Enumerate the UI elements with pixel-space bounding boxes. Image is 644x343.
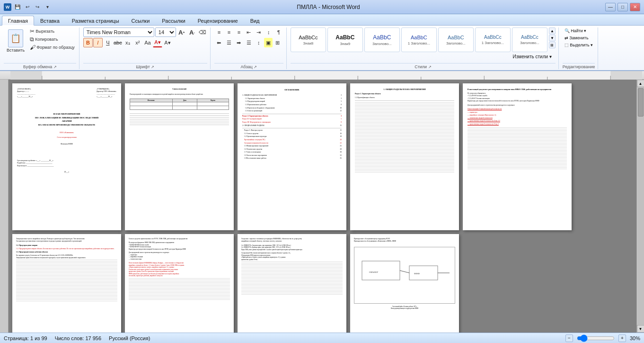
subscript-button[interactable]: x₂ [123,38,132,47]
page1-division: Филиала ФФФ [17,143,116,145]
document-area[interactable]: «СОГЛАСОВАНО»Директор с.................… [9,80,636,333]
page-thumb-9: Принадлежит: обслуживающему подрядчику Ф… [350,234,459,333]
italic-button[interactable]: I [93,38,103,47]
style-item-heading1b[interactable]: AaBbC 1 Заголово... [401,27,437,52]
page9-caption: Системный файл «Газовая добыча АГС»Номер… [354,306,455,310]
borders-button[interactable]: ⊞ [273,38,282,47]
style-label-heading2b: 1 Заголово... [482,41,504,45]
decrease-font-button[interactable]: A- [187,27,197,37]
styles-label: Стили ↗ [291,63,556,69]
format-painter-button[interactable]: 🖌 Формат по образцу [28,44,76,51]
align-center-button[interactable]: ☰ [224,38,234,47]
font-name-select[interactable]: Times New Roman [83,27,154,37]
quick-access-toolbar: 💾 ↩ ↪ ▾ [13,3,52,11]
change-style-button[interactable]: Изменить стили ▾ [511,53,554,60]
decrease-indent-button[interactable]: ⇤ [244,27,254,37]
find-button[interactable]: 🔍 Найти ▾ [563,27,595,34]
style-item-heading2b[interactable]: AaBbCc 1 Заголово... [475,27,511,52]
tab-references[interactable]: Ссылки [125,16,156,25]
close-button[interactable]: ✕ [630,3,640,11]
styles-scroll-down[interactable]: ▼ [549,35,556,41]
tab-mailings[interactable]: Рассылки [156,16,191,25]
tab-view[interactable]: Вид [244,16,266,25]
zoom-in-button[interactable]: + [618,334,626,342]
superscript-button[interactable]: x² [133,38,142,47]
bullets-button[interactable]: ≡ [214,27,224,37]
style-item-heading3[interactable]: AaBbCc Заголово... [512,27,547,52]
align-right-button[interactable]: ➡ [234,38,244,47]
ruler-content [10,71,642,80]
maximize-button[interactable]: □ [618,3,628,11]
font-name-row: Times New Roman 14 A+ A- ⌫ [83,27,207,37]
highlight-color-button[interactable]: A▾ [163,38,172,47]
style-item-heading1[interactable]: AaBbC Заголово... [364,27,400,52]
select-button[interactable]: ⬚ Выделить ▾ [563,42,595,48]
zoom-slider[interactable] [577,335,615,341]
line-spacing-button[interactable]: ↕ [254,38,264,47]
tab-home[interactable]: Главная [2,16,34,26]
page8-content: Сведения о зарытых топливных резервуарах… [238,234,346,299]
page1-header: «СОГЛАСОВАНО»Директор с.................… [17,88,116,98]
page4-section-title: 1. ОБЩИЕ РАЗДЕЛЫ ПЛАНА МЕРОПРИЯТИЙ [355,88,454,91]
page-thumb-7: Силы и средства привлекаемых сил РСЧС ЛЗ… [125,234,234,333]
replace-button[interactable]: ⇄ Заменить [563,35,595,41]
sort-button[interactable]: ↕ [264,27,273,37]
page2-table: Изменение Дата Версия [130,99,229,110]
tab-review[interactable]: Рецензирование [192,16,244,25]
shading-button[interactable]: ▣ [264,38,273,47]
paragraph-label: Абзац ↗ [214,63,283,69]
tab-insert[interactable]: Вставка [34,16,66,25]
cut-button[interactable]: ✂ Вырезать [28,27,76,35]
page5-phones: По вопросам обращаться: +7 (1) 00-00 Газ… [468,92,567,102]
style-item-znak9[interactable]: AaBbC Знак9 [327,27,363,52]
minimize-button[interactable]: — [605,3,616,11]
increase-font-button[interactable]: A+ [177,27,186,37]
copy-button[interactable]: ⧉ Копировать [28,36,76,43]
scroll-down-button[interactable]: ▼ [637,325,644,333]
font-size-select[interactable]: 14 [155,27,176,37]
change-case-button[interactable]: Aa [143,38,152,47]
font-controls: Times New Roman 14 A+ A- ⌫ B I Ч abc x₂ … [83,27,207,47]
page7-red: Ответственный: Дафния К-ККККККК, Кафера,… [129,262,230,277]
vertical-scrollbar[interactable]: ▲ ▼ [636,80,644,333]
page-thumb-6: Эвакуационные пути и аварийные выходы. Р… [12,234,121,333]
multilevel-list-button[interactable]: ≡ [234,27,244,37]
page7-text: Силы и средства привлекаемых сил РСЧС ЛЗ… [129,238,230,240]
page-thumb-1: «СОГЛАСОВАНО»Директор с.................… [12,83,121,230]
strikethrough-button[interactable]: abc [113,38,123,47]
styles-items: AaBbCc Знак8 AaBbC Знак9 AaBbC Заголово.… [291,27,556,52]
tab-page-layout[interactable]: Разметка страницы [66,16,125,25]
align-left-button[interactable]: ⬅ [214,38,224,47]
save-qat-button[interactable]: 💾 [13,3,22,11]
page3-content: ОГЛАВЛЕНИЕ 1. ОБЩИЕ РАЗДЕЛЫ ПЛАНА МЕРОПР… [238,83,346,165]
ruler [0,71,644,80]
increase-indent-button[interactable]: ⇥ [254,27,264,37]
undo-qat-button[interactable]: ↩ [23,3,32,11]
styles-scroll-up[interactable]: ▲ [549,27,556,34]
paste-button[interactable]: 📋 Вставить [4,27,27,54]
styles-expand[interactable]: ⊞ [549,42,556,48]
font-color-button[interactable]: A▾ [153,38,162,47]
scroll-up-button[interactable]: ▲ [637,80,644,87]
page5-red1: Ответственный: Главный инженер безопасно… [468,108,567,110]
scroll-track[interactable] [637,88,644,325]
style-item-heading2[interactable]: AaBbC Заголово... [438,27,474,52]
page1-content: «СОГЛАСОВАНО»Директор с.................… [12,83,121,178]
show-paragraph-button[interactable]: ¶ [274,27,283,37]
numbering-button[interactable]: ≡ [224,27,234,37]
style-item-znak8[interactable]: AaBbCc Знак8 [291,27,326,52]
underline-button[interactable]: Ч [103,38,113,47]
page4-subsection2: 1.1 Идентификация объекта [355,97,454,99]
zoom-out-button[interactable]: − [565,334,573,342]
justify-button[interactable]: ☰ [244,38,254,47]
scroll-thumb[interactable] [638,88,644,117]
editing-content: 🔍 Найти ▾ ⇄ Заменить ⬚ Выделить ▾ [563,27,595,62]
redo-qat-button[interactable]: ↪ [33,3,42,11]
bold-button[interactable]: B [83,38,93,47]
qat-more-button[interactable]: ▾ [43,3,52,11]
clear-format-button[interactable]: ⌫ [198,27,207,37]
align-buttons-row: ⬅ ☰ ➡ ☰ ↕ ▣ ⊞ [214,38,283,47]
style-label-znak8: Знак8 [303,41,314,45]
page2-content: Список изменений План мероприятий по лок… [125,83,234,131]
page1-approved: «УТВЕРЖДЕНО»Директор ООО «Компания».....… [97,88,116,98]
